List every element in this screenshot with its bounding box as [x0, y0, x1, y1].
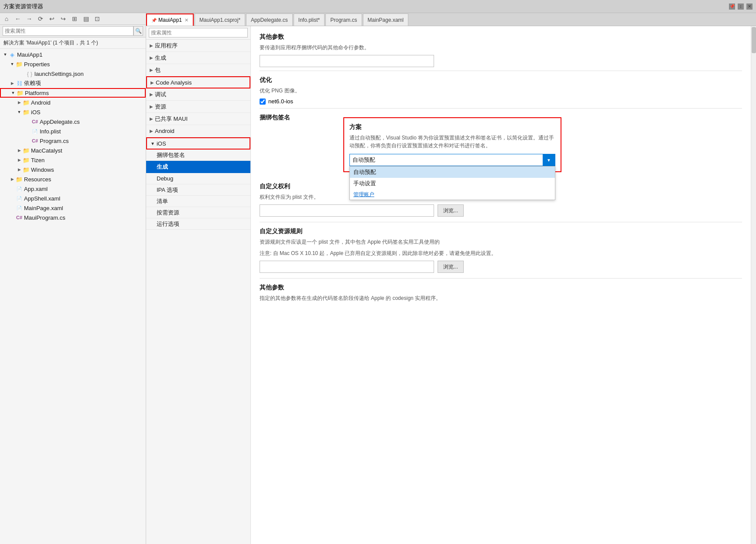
tree-item-infoplist[interactable]: ▶ 📄 Info.plist: [0, 126, 146, 136]
other-params-input[interactable]: [260, 55, 434, 67]
custom-rights-input[interactable]: [260, 204, 434, 217]
nav-item-app[interactable]: ▶ 应用程序: [146, 40, 250, 52]
custom-rights-browse-button[interactable]: 浏览...: [438, 204, 464, 217]
nav-subitem-debug[interactable]: Debug: [146, 173, 250, 184]
other-params-desc: 要传递到应用程序捆绑代码的其他命令行参数。: [260, 44, 742, 51]
tabs-container: 📌 MauiApp1 ✕ MauiApp1.csproj* AppDelegat…: [146, 13, 756, 544]
property-search-input[interactable]: [149, 28, 248, 37]
tab-close-mauiapp1[interactable]: ✕: [185, 17, 188, 23]
refresh-button[interactable]: ⟳: [36, 14, 45, 24]
pin-button[interactable]: 📌: [729, 3, 735, 10]
custom-resource-rules-desc2: 注意: 自 Mac OS X 10.10 起，Apple 已弃用自定义资源规则，…: [260, 249, 742, 257]
tree-arrow-tizen: ▶: [16, 156, 23, 163]
tab-mauiapp1[interactable]: 📌 MauiApp1 ✕: [146, 14, 194, 26]
nav-sublabel-bundle-signing: 捆绑包签名: [157, 151, 185, 159]
nav-item-codeanalysis[interactable]: ▶ Code Analysis: [146, 76, 250, 88]
nav-item-android[interactable]: ▶ Android: [146, 125, 250, 137]
nav-item-resources[interactable]: ▶ 资源: [146, 101, 250, 113]
scheme-manage-accounts-link[interactable]: 管理账户: [350, 189, 555, 200]
close-sidebar-button[interactable]: ✕: [746, 3, 753, 10]
search-input[interactable]: [3, 26, 133, 36]
tree-item-resources[interactable]: ▶ 📁 Resources: [0, 174, 146, 184]
nav-sublabel-ipa: IPA 选项: [157, 186, 178, 194]
back-button[interactable]: ←: [13, 14, 23, 24]
nav-subitem-manifest[interactable]: 清单: [146, 196, 250, 207]
undo-button[interactable]: ↩: [47, 14, 57, 24]
tree-item-platforms[interactable]: ▼ 📁 Platforms: [0, 88, 146, 98]
nav-item-ios-header[interactable]: ▼ iOS: [146, 137, 250, 150]
redo-button[interactable]: ↪: [58, 14, 68, 24]
nav-panel: ▶ 应用程序 ▶ 生成 ▶ 包 ▶ Code Analysis: [146, 26, 251, 544]
tree-item-ios[interactable]: ▼ 📁 iOS: [0, 107, 146, 117]
nav-arrow-sharedmaui: ▶: [150, 116, 153, 121]
nav-sublabel-manifest: 清单: [157, 197, 168, 205]
nav-label-android-nav: Android: [155, 128, 174, 134]
filter-button[interactable]: ⊡: [92, 14, 102, 24]
tab-programcs[interactable]: Program.cs: [325, 14, 362, 26]
scheme-dropdown-arrow[interactable]: ▼: [543, 154, 555, 166]
tree-item-mauiapp1[interactable]: ▼ ◈ MauiApp1: [0, 50, 146, 59]
tree-item-mauiprogramcs[interactable]: ▶ C# MauiProgram.cs: [0, 213, 146, 222]
tab-csproj[interactable]: MauiApp1.csproj*: [195, 14, 245, 26]
custom-resource-rules-input[interactable]: [260, 261, 434, 273]
tree-arrow-properties: ▼: [9, 61, 16, 68]
scrollbar-thumb[interactable]: [752, 27, 756, 53]
scheme-option-auto[interactable]: 自动预配: [350, 167, 555, 178]
tree-item-appxaml[interactable]: ▶ 📄 App.xaml: [0, 184, 146, 194]
tree-item-properties[interactable]: ▼ 📁 Properties: [0, 59, 146, 69]
scheme-manage-accounts-label: 管理账户: [353, 191, 374, 198]
nav-subitem-bundle-signing[interactable]: 捆绑包签名: [146, 150, 250, 161]
scheme-option-manual[interactable]: 手动设置: [350, 178, 555, 189]
tree-label-appdelegate: AppDelegate.cs: [40, 119, 80, 125]
tree-item-windows[interactable]: ▶ 📁 Windows: [0, 165, 146, 174]
nav-subitem-ios-build[interactable]: 生成: [146, 161, 250, 173]
bundle-signing-left: 捆绑包签名: [260, 114, 329, 123]
custom-resource-rules-browse-button[interactable]: 浏览...: [438, 261, 464, 273]
nav-subitem-ondemand[interactable]: 按需资源: [146, 207, 250, 218]
tree-item-deps[interactable]: ▶ ⛓ 依赖项: [0, 78, 146, 88]
nav-arrow-android-nav: ▶: [150, 129, 153, 133]
tree-item-appdelegate[interactable]: ▶ C# AppDelegate.cs: [0, 117, 146, 126]
icon-deps: ⛓: [16, 80, 23, 87]
optimize-checkbox-label: net6.0-ios: [268, 98, 293, 105]
float-button[interactable]: ↕: [738, 3, 744, 10]
optimize-checkbox[interactable]: [260, 99, 266, 105]
custom-resource-rules-section: 自定义资源规则 资源规则文件应该是一个 plist 文件，其中包含 Apple …: [260, 228, 742, 273]
tree-arrow-platforms: ▼: [10, 89, 17, 96]
list-view-button[interactable]: ▤: [81, 14, 91, 24]
tree-item-launchsettings[interactable]: ▶ { } launchSettings.json: [0, 69, 146, 78]
nav-sublabel-runoptions: 运行选项: [157, 220, 179, 228]
tab-mainpagexaml[interactable]: MainPage.xaml: [363, 14, 409, 26]
tree-arrow-resources: ▶: [9, 176, 16, 183]
tree-item-maccatalyst[interactable]: ▶ 📁 MacCatalyst: [0, 146, 146, 155]
sidebar-toolbar: ⌂ ← → ⟳ ↩ ↪ ⊞ ▤ ⊡: [0, 13, 146, 25]
bundle-signing-title: 捆绑包签名: [260, 114, 329, 122]
tree-item-appshellxaml[interactable]: ▶ 📄 AppShell.xaml: [0, 194, 146, 203]
nav-item-sharedmaui[interactable]: ▶ 已共享 MAUI: [146, 113, 250, 125]
tree-label-windows: Windows: [31, 167, 54, 173]
tree-item-programcs[interactable]: ▶ C# Program.cs: [0, 136, 146, 146]
nav-item-build[interactable]: ▶ 生成: [146, 52, 250, 64]
search-button[interactable]: 🔍: [133, 26, 143, 36]
tree-label-platforms: Platforms: [25, 90, 49, 96]
nav-sublabel-debug: Debug: [157, 175, 173, 182]
tab-label-mauiapp1: MauiApp1: [158, 17, 182, 23]
tree-item-mainpagexaml[interactable]: ▶ 📄 MainPage.xaml: [0, 203, 146, 213]
tree-item-tizen[interactable]: ▶ 📁 Tizen: [0, 155, 146, 165]
other-params2-desc: 指定的其他参数将在生成的代码签名阶段传递给 Apple 的 codesign 实…: [260, 294, 742, 302]
custom-rights-input-row: 浏览...: [260, 204, 742, 217]
nav-subitem-ipa[interactable]: IPA 选项: [146, 184, 250, 196]
scheme-dropdown-display[interactable]: 自动预配 ▼: [349, 154, 555, 166]
nav-item-package[interactable]: ▶ 包: [146, 64, 250, 76]
tab-appdelegate[interactable]: AppDelegate.cs: [246, 14, 293, 26]
forward-button[interactable]: →: [24, 14, 34, 24]
property-scrollbar[interactable]: [751, 26, 756, 544]
home-button[interactable]: ⌂: [2, 14, 11, 24]
show-all-button[interactable]: ⊞: [70, 14, 79, 24]
nav-item-debug[interactable]: ▶ 调试: [146, 88, 250, 101]
tree-item-android[interactable]: ▶ 📁 Android: [0, 98, 146, 107]
other-params2-title: 其他参数: [260, 284, 742, 292]
tab-infoplist[interactable]: Info.plist*: [294, 14, 325, 26]
tab-label-appdelegate: AppDelegate.cs: [251, 17, 288, 23]
nav-subitem-runoptions[interactable]: 运行选项: [146, 218, 250, 230]
